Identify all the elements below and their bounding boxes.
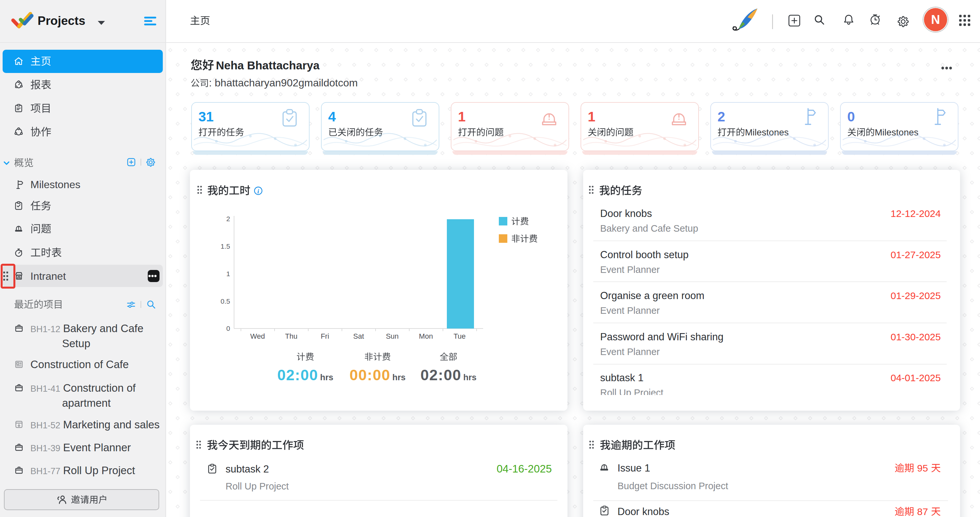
- svg-text:Marketing and sales: Marketing and sales: [63, 418, 159, 431]
- svg-text:Event Planner: Event Planner: [600, 346, 660, 357]
- svg-text:Setup: Setup: [62, 337, 90, 349]
- svg-text:Tue: Tue: [453, 332, 466, 340]
- svg-text:12-12-2024: 12-12-2024: [891, 208, 941, 219]
- svg-text:subtask 2: subtask 2: [226, 463, 269, 475]
- svg-text:1: 1: [588, 109, 595, 124]
- svg-text:1: 1: [226, 270, 230, 278]
- svg-text:Event Planner: Event Planner: [600, 264, 660, 275]
- svg-text:Organise a green room: Organise a green room: [600, 290, 705, 302]
- svg-text:2: 2: [718, 109, 725, 124]
- svg-text:Milestones: Milestones: [30, 179, 80, 190]
- svg-text:Bakery and Cafe Setup: Bakery and Cafe Setup: [600, 223, 698, 234]
- svg-text:BH1-52: BH1-52: [30, 420, 60, 430]
- svg-text:00:00: 00:00: [350, 367, 390, 383]
- svg-text:Milestones: Milestones: [745, 127, 789, 137]
- svg-text:31: 31: [199, 109, 214, 124]
- svg-text:0.5: 0.5: [221, 297, 230, 305]
- svg-text:Fri: Fri: [321, 332, 329, 340]
- svg-text:02:00: 02:00: [420, 367, 461, 383]
- svg-text:87: 87: [917, 506, 928, 517]
- svg-text:01-27-2025: 01-27-2025: [891, 249, 941, 260]
- svg-text:Issue 1: Issue 1: [617, 462, 650, 474]
- svg-text:Wed: Wed: [250, 332, 265, 340]
- svg-text:Door knobs: Door knobs: [600, 208, 652, 219]
- svg-text:95: 95: [917, 463, 928, 474]
- svg-text:0: 0: [226, 325, 230, 332]
- svg-text:Construction of Cafe: Construction of Cafe: [30, 358, 129, 370]
- svg-text:Sat: Sat: [353, 332, 364, 340]
- svg-text:0: 0: [847, 109, 855, 124]
- svg-text:Event Planner: Event Planner: [63, 441, 131, 453]
- svg-text:1.5: 1.5: [221, 243, 230, 250]
- svg-text:Construction of: Construction of: [63, 382, 136, 394]
- svg-text:hrs: hrs: [320, 372, 333, 382]
- svg-text:01-30-2025: 01-30-2025: [891, 332, 941, 342]
- svg-text:Password and WiFi sharing: Password and WiFi sharing: [600, 331, 723, 343]
- svg-text:04-16-2025: 04-16-2025: [496, 463, 552, 475]
- svg-text:Roll Up Project: Roll Up Project: [226, 481, 289, 491]
- svg-text:hrs: hrs: [392, 372, 405, 382]
- svg-text:04-01-2025: 04-01-2025: [891, 372, 941, 383]
- svg-text:Door knobs: Door knobs: [617, 506, 670, 517]
- svg-text:Roll Up Project: Roll Up Project: [600, 388, 663, 398]
- svg-text:BH1-77: BH1-77: [30, 466, 60, 476]
- svg-text:Budget Discussion Project: Budget Discussion Project: [617, 481, 728, 491]
- svg-text:Neha Bhattacharya: Neha Bhattacharya: [216, 59, 320, 72]
- svg-text:Projects: Projects: [38, 14, 85, 27]
- svg-text:Event Planner: Event Planner: [600, 305, 660, 316]
- svg-text:BH1-41: BH1-41: [30, 384, 60, 394]
- svg-text:Intranet: Intranet: [30, 270, 66, 282]
- svg-text:apartment: apartment: [62, 397, 111, 409]
- svg-text:Mon: Mon: [419, 332, 433, 340]
- svg-text:Roll Up Project: Roll Up Project: [63, 464, 135, 476]
- svg-text:Milestones: Milestones: [875, 127, 918, 137]
- svg-text:BH1-39: BH1-39: [30, 444, 60, 453]
- svg-text:N: N: [931, 13, 940, 27]
- svg-text:Control booth setup: Control booth setup: [600, 249, 689, 260]
- svg-text:2: 2: [226, 215, 230, 222]
- svg-text:Bakery and Cafe: Bakery and Cafe: [63, 322, 143, 334]
- svg-text:Sun: Sun: [386, 332, 398, 340]
- svg-text:01-29-2025: 01-29-2025: [891, 290, 941, 301]
- svg-text:i: i: [257, 188, 259, 195]
- svg-text:4: 4: [328, 109, 336, 124]
- svg-text:hrs: hrs: [463, 372, 476, 382]
- svg-text:subtask 1: subtask 1: [600, 372, 644, 383]
- svg-text:BH1-12: BH1-12: [30, 324, 60, 334]
- svg-text::: :: [209, 77, 215, 89]
- svg-text:02:00: 02:00: [277, 367, 318, 383]
- svg-text:Thu: Thu: [285, 332, 298, 340]
- svg-text:bhattacharyan902gmaildotcom: bhattacharyan902gmaildotcom: [215, 77, 358, 89]
- svg-text:1: 1: [458, 109, 466, 124]
